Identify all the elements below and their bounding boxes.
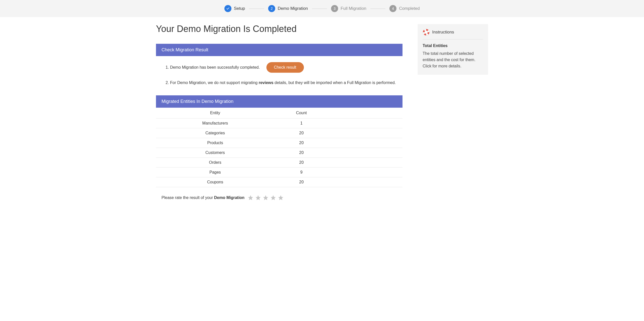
rating-stars: [248, 195, 284, 201]
table-row: Manufacturers1: [156, 118, 403, 128]
result-item-2-suffix: details, but they will be imported when …: [273, 81, 396, 85]
result-item-2: For Demo Migration, we do not support mi…: [170, 80, 400, 86]
step-circle-done: [224, 5, 231, 12]
entity-count-cell: 20: [274, 138, 329, 148]
col-count-header: Count: [274, 108, 329, 118]
check-icon: [226, 7, 230, 10]
sidebar-section-title[interactable]: Total Entities: [423, 44, 483, 48]
table-row: Coupons20: [156, 177, 403, 187]
step-divider: [370, 9, 385, 9]
step-circle-inactive: 4: [389, 5, 396, 12]
step-divider: [249, 9, 264, 9]
entity-name-cell: Orders: [156, 158, 274, 168]
step-divider: [312, 9, 327, 9]
table-row: Pages9: [156, 168, 403, 177]
step-demo-migration[interactable]: 2 Demo Migration: [268, 5, 308, 12]
step-label: Setup: [234, 6, 245, 11]
sidebar-header: Instructions: [423, 29, 483, 39]
step-completed[interactable]: 4 Completed: [389, 5, 420, 12]
entity-name-cell: Customers: [156, 148, 274, 158]
sidebar-section-text: The total number of selected entities an…: [423, 51, 483, 69]
entity-count-cell: 20: [274, 177, 329, 187]
step-circle-active: 2: [268, 5, 275, 12]
star-1[interactable]: [248, 195, 254, 201]
result-item-1-text: Demo Migration has been successfully com…: [170, 64, 260, 70]
step-label: Completed: [399, 6, 420, 11]
result-item-1: Demo Migration has been successfully com…: [170, 62, 400, 73]
rating-row: Please rate the result of your Demo Migr…: [156, 195, 403, 201]
rating-prefix: Please rate the result of your: [162, 195, 214, 200]
table-row: Orders20: [156, 158, 403, 168]
star-4[interactable]: [270, 195, 276, 201]
star-2[interactable]: [255, 195, 261, 201]
entity-count-cell: 9: [274, 168, 329, 177]
entities-panel-header: Migrated Entities In Demo Migration: [156, 95, 403, 108]
progress-stepper: Setup 2 Demo Migration 3 Full Migration …: [0, 0, 644, 17]
lifebuoy-icon: [423, 29, 430, 36]
entity-count-cell: 20: [274, 128, 329, 138]
entity-count-cell: 20: [274, 158, 329, 168]
result-item-2-prefix: For Demo Migration, we do not support mi…: [170, 81, 259, 85]
entity-name-cell: Categories: [156, 128, 274, 138]
main-content: Your Demo Migration Is Completed Check M…: [156, 24, 403, 201]
star-3[interactable]: [263, 195, 269, 201]
col-entity-header: Entity: [156, 108, 274, 118]
check-result-panel-body: Demo Migration has been successfully com…: [156, 56, 403, 95]
step-label: Demo Migration: [278, 6, 308, 11]
result-item-2-bold: reviews: [259, 81, 273, 85]
entities-table: Entity Count Manufacturers1Categories20P…: [156, 108, 403, 187]
check-result-button[interactable]: Check result: [266, 62, 304, 73]
sidebar-title: Instructions: [432, 30, 454, 35]
entity-count-cell: 20: [274, 148, 329, 158]
table-row: Products20: [156, 138, 403, 148]
step-setup[interactable]: Setup: [224, 5, 245, 12]
entity-name-cell: Pages: [156, 168, 274, 177]
svg-point-1: [425, 31, 428, 34]
check-result-panel-header: Check Migration Result: [156, 44, 403, 56]
page-title: Your Demo Migration Is Completed: [156, 24, 403, 34]
entity-name-cell: Coupons: [156, 177, 274, 187]
entity-count-cell: 1: [274, 118, 329, 128]
instructions-sidebar: Instructions Total Entities The total nu…: [418, 24, 488, 75]
step-label: Full Migration: [341, 6, 366, 11]
rating-bold: Demo Migration: [214, 195, 245, 200]
entity-name-cell: Products: [156, 138, 274, 148]
table-row: Categories20: [156, 128, 403, 138]
step-full-migration[interactable]: 3 Full Migration: [331, 5, 366, 12]
step-circle-inactive: 3: [331, 5, 338, 12]
table-row: Customers20: [156, 148, 403, 158]
entity-name-cell: Manufacturers: [156, 118, 274, 128]
star-5[interactable]: [278, 195, 284, 201]
